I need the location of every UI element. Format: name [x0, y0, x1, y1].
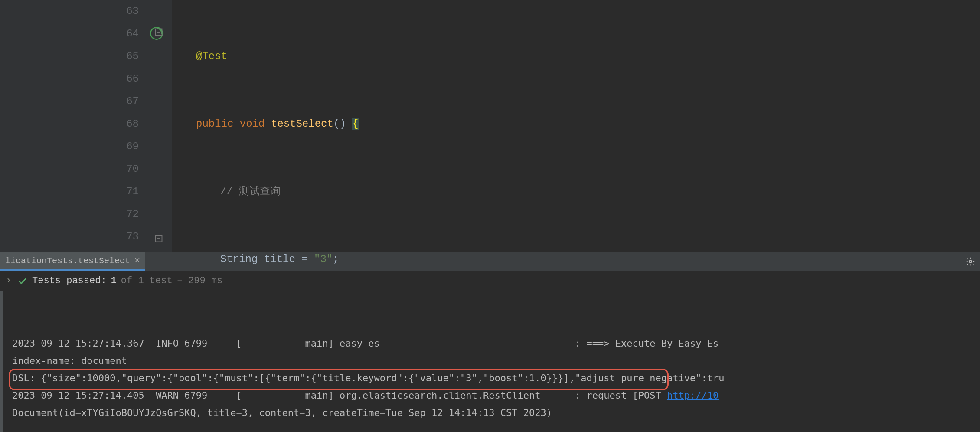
- line-number: 70: [109, 158, 139, 180]
- gutter-icons: [147, 0, 172, 252]
- line-number: 65: [109, 45, 139, 68]
- line-number: 66: [109, 68, 139, 90]
- line-number-gutter: 63 64 65 66 67 68 69 70 71 72 73: [109, 0, 147, 252]
- editor-area: 63 64 65 66 67 68 69 70 71 72 73 @Test p…: [0, 0, 980, 252]
- open-brace: {: [352, 118, 358, 130]
- line-number: 72: [109, 203, 139, 226]
- line-number: 63: [109, 0, 139, 23]
- fold-collapse-icon[interactable]: [154, 28, 163, 36]
- console-line: index-name: document: [12, 355, 127, 366]
- keyword-public: public: [196, 118, 233, 130]
- console-line: 2023-09-12 15:27:14.367 INFO 6799 --- [ …: [12, 338, 719, 349]
- console-link[interactable]: http://10: [667, 390, 719, 401]
- console-gutter: [0, 291, 3, 432]
- line-number: 73: [109, 226, 139, 248]
- code-area[interactable]: @Test public void testSelect() { // 测试查询…: [172, 0, 980, 252]
- line-number: 68: [109, 113, 139, 135]
- line-number: 69: [109, 135, 139, 158]
- fold-end-icon[interactable]: [154, 234, 163, 243]
- tab-test-run[interactable]: licationTests.testSelect ×: [0, 252, 145, 271]
- console-line: 2023-09-12 15:27:14.405 WARN 6799 --- [ …: [12, 390, 667, 401]
- tests-passed-count: 1: [111, 275, 117, 286]
- tests-passed-label: Tests passed:: [32, 275, 107, 286]
- comment: // 测试查询: [220, 186, 281, 197]
- annotation: @Test: [196, 50, 227, 62]
- keyword-void: void: [240, 118, 265, 130]
- check-icon: [17, 276, 28, 286]
- console-output[interactable]: 2023-09-12 15:27:14.367 INFO 6799 --- [ …: [0, 291, 980, 432]
- tab-label: licationTests.testSelect: [5, 256, 130, 266]
- chevron-right-icon[interactable]: ›: [4, 275, 13, 286]
- line-number: 64: [109, 23, 139, 45]
- line-number: 67: [109, 90, 139, 113]
- console-line: DSL: {"size":10000,"query":{"bool":{"mus…: [12, 373, 724, 383]
- console-line: Document(id=xTYGiIoBOUYJzQsGrSKQ, title=…: [12, 407, 552, 418]
- line-number: 71: [109, 180, 139, 203]
- left-pad: [0, 0, 109, 252]
- method-name: testSelect: [271, 118, 333, 130]
- string-literal: "3": [314, 253, 333, 265]
- close-icon[interactable]: ×: [134, 255, 140, 266]
- tests-total: of 1 test: [121, 275, 173, 286]
